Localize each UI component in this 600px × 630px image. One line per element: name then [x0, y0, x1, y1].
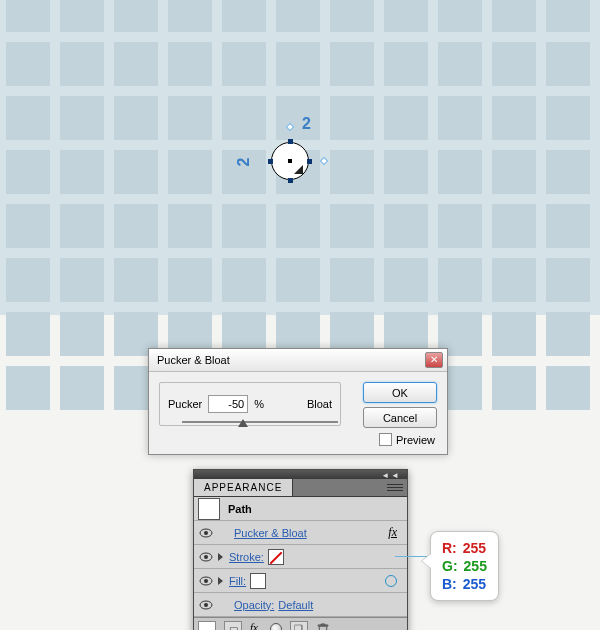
svg-point-1: [204, 531, 208, 535]
slider-group: Pucker % Bloat: [159, 382, 341, 426]
preview-checkbox[interactable]: [379, 433, 392, 446]
fill-row[interactable]: Fill:: [194, 569, 407, 593]
panel-tab-appearance[interactable]: APPEARANCE: [194, 479, 293, 496]
target-name: Path: [224, 503, 252, 515]
clear-appearance-icon[interactable]: ▭: [224, 621, 242, 631]
effect-row[interactable]: Pucker & Bloat fx: [194, 521, 407, 545]
bloat-label: Bloat: [307, 398, 332, 410]
preview-label: Preview: [396, 434, 435, 446]
duplicate-icon[interactable]: ❏: [290, 621, 308, 631]
b-label: B:: [442, 575, 457, 593]
clear-icon[interactable]: [270, 623, 282, 631]
dialog-title: Pucker & Bloat: [157, 354, 230, 366]
dimension-label-width: 2: [302, 115, 311, 133]
svg-point-5: [204, 579, 208, 583]
new-appearance-icon[interactable]: [198, 621, 216, 631]
panel-gripper[interactable]: ◄◄: [194, 470, 407, 479]
slider-thumb[interactable]: [238, 419, 248, 427]
target-swatch: [198, 498, 220, 520]
selected-shape[interactable]: [271, 142, 309, 180]
pucker-bloat-dialog: Pucker & Bloat ✕ Pucker % Bloat OK Cance…: [148, 348, 448, 455]
appearance-target-row[interactable]: Path: [194, 497, 407, 521]
close-button[interactable]: ✕: [425, 352, 443, 368]
pucker-label: Pucker: [168, 398, 202, 410]
r-value: 255: [463, 539, 486, 557]
svg-point-7: [204, 603, 208, 607]
b-value: 255: [463, 575, 486, 593]
g-label: G:: [442, 557, 458, 575]
stroke-row[interactable]: Stroke:: [194, 545, 407, 569]
percent-label: %: [254, 398, 264, 410]
visibility-toggle[interactable]: [198, 549, 214, 565]
r-label: R:: [442, 539, 457, 557]
stroke-swatch-none[interactable]: [268, 549, 284, 565]
fill-swatch-white[interactable]: [250, 573, 266, 589]
visibility-toggle[interactable]: [198, 525, 214, 541]
visibility-toggle[interactable]: [198, 573, 214, 589]
collapse-icon[interactable]: ◄◄: [381, 471, 401, 480]
ok-button[interactable]: OK: [363, 382, 437, 403]
pucker-value-input[interactable]: [208, 395, 248, 413]
appearance-panel: ◄◄ APPEARANCE Path Pucker & Bloat fx Str…: [193, 469, 408, 630]
g-value: 255: [464, 557, 487, 575]
color-callout: R:255 G:255 B:255: [430, 531, 499, 601]
opacity-row[interactable]: Opacity: Default: [194, 593, 407, 617]
fx-menu-icon[interactable]: fx▾: [250, 621, 262, 630]
effect-link[interactable]: Pucker & Bloat: [234, 527, 307, 539]
stroke-label[interactable]: Stroke:: [229, 551, 264, 563]
illustrator-canvas[interactable]: 2 2: [0, 0, 600, 315]
opacity-label[interactable]: Opacity:: [234, 599, 274, 611]
dialog-titlebar[interactable]: Pucker & Bloat ✕: [149, 349, 447, 372]
anchor-point[interactable]: [307, 159, 312, 164]
opacity-value[interactable]: Default: [278, 599, 313, 611]
cancel-button[interactable]: Cancel: [363, 407, 437, 428]
color-link-indicator[interactable]: [385, 575, 397, 587]
svg-point-3: [204, 555, 208, 559]
anchor-point[interactable]: [288, 139, 293, 144]
expand-icon[interactable]: [218, 577, 223, 585]
slider-track[interactable]: [182, 421, 338, 423]
dimension-label-height: 2: [235, 158, 253, 167]
center-point: [288, 159, 292, 163]
panel-footer: ▭ fx▾ ❏: [194, 617, 407, 630]
fill-label[interactable]: Fill:: [229, 575, 246, 587]
anchor-point[interactable]: [268, 159, 273, 164]
visibility-toggle[interactable]: [198, 597, 214, 613]
panel-menu-icon[interactable]: [387, 482, 403, 494]
expand-icon[interactable]: [218, 553, 223, 561]
fx-icon[interactable]: fx: [388, 525, 397, 540]
trash-icon[interactable]: [316, 622, 330, 631]
anchor-point[interactable]: [288, 178, 293, 183]
